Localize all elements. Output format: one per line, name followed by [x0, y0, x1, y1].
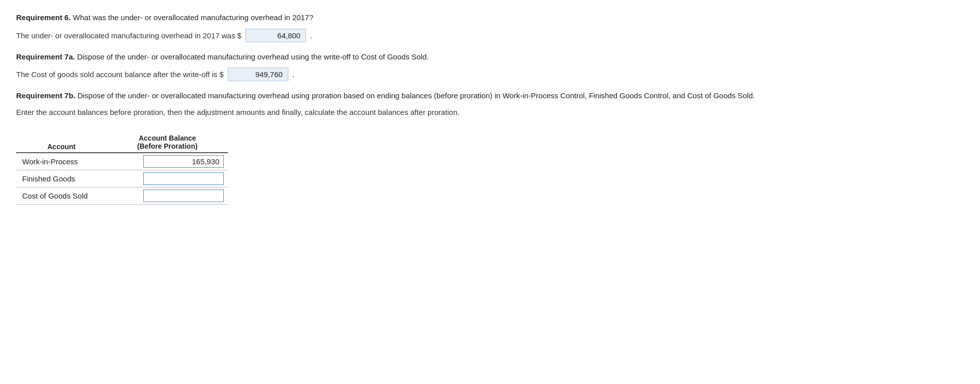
req7a-answer-suffix: .	[292, 70, 294, 79]
req7a-answer-input[interactable]	[228, 68, 288, 81]
req7a-answer-prefix: The Cost of goods sold account balance a…	[16, 70, 224, 79]
table-cell-account: Work-in-Process	[16, 153, 107, 170]
requirement-7a-section: Requirement 7a. Dispose of the under- or…	[16, 51, 964, 82]
req7a-question: Requirement 7a. Dispose of the under- or…	[16, 51, 964, 63]
req7b-label: Requirement 7b.	[16, 91, 76, 100]
proration-table: Account Balance Account (Before Proratio…	[16, 132, 228, 205]
req6-question: Requirement 6. What was the under- or ov…	[16, 12, 964, 24]
table-balance-input-1[interactable]	[143, 172, 224, 185]
req7a-question-text: Dispose of the under- or overallocated m…	[75, 52, 429, 61]
table-header-sub: (Before Proration)	[107, 142, 228, 153]
table-header-top-row: Account Balance	[16, 132, 228, 142]
req6-answer-input[interactable]	[246, 29, 306, 42]
req7b-question: Requirement 7b. Dispose of the under- or…	[16, 90, 964, 102]
req7a-label: Requirement 7a.	[16, 52, 75, 61]
req6-question-text: What was the under- or overallocated man…	[71, 13, 313, 22]
req7a-answer-line: The Cost of goods sold account balance a…	[16, 68, 964, 81]
table-cell-input	[107, 153, 228, 170]
table-col-account-header	[16, 132, 107, 142]
table-row: Work-in-Process	[16, 153, 228, 170]
requirement-6-section: Requirement 6. What was the under- or ov…	[16, 12, 964, 42]
req6-answer-prefix: The under- or overallocated manufacturin…	[16, 31, 241, 40]
req7b-instructions: Enter the account balances before prorat…	[16, 107, 964, 118]
requirement-7b-section: Requirement 7b. Dispose of the under- or…	[16, 90, 964, 205]
req7b-question-text: Dispose of the under- or overallocated m…	[76, 91, 755, 100]
req6-answer-suffix: .	[310, 31, 312, 40]
table-cell-input	[107, 170, 228, 187]
table-cell-account: Finished Goods	[16, 170, 107, 187]
table-header-sub-row: Account (Before Proration)	[16, 142, 228, 153]
table-cell-account: Cost of Goods Sold	[16, 187, 107, 205]
table-balance-input-2[interactable]	[143, 189, 224, 202]
table-header-top: Account Balance	[107, 132, 228, 142]
table-cell-input	[107, 187, 228, 205]
table-balance-input-0[interactable]	[143, 155, 224, 168]
table-account-label: Account	[16, 142, 107, 153]
table-row: Cost of Goods Sold	[16, 187, 228, 205]
req6-label: Requirement 6.	[16, 13, 71, 22]
req6-answer-line: The under- or overallocated manufacturin…	[16, 29, 964, 42]
table-row: Finished Goods	[16, 170, 228, 187]
